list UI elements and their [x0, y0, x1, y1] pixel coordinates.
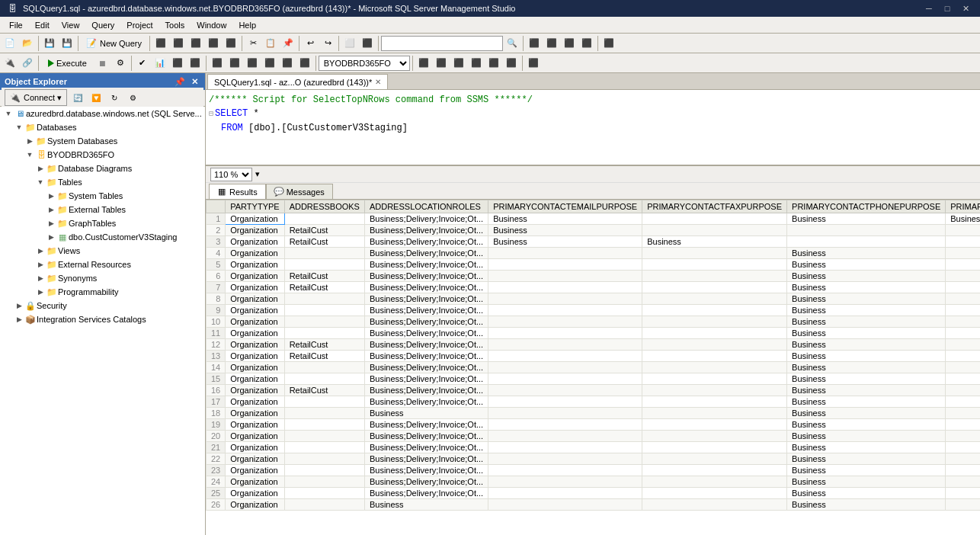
menu-edit[interactable]: Edit	[29, 17, 56, 33]
data-cell[interactable]	[946, 259, 980, 271]
data-cell[interactable]: Business;Delivery;Invoice;Ot...	[364, 259, 488, 271]
tree-item-synonyms[interactable]: ▶ 📁 Synonyms	[0, 271, 205, 285]
row-number-cell[interactable]: 7	[207, 282, 226, 293]
data-cell[interactable]: Business	[787, 293, 946, 305]
menu-file[interactable]: File	[3, 17, 29, 33]
col-primarycontacttelexurpose[interactable]: PRIMARYCONTACTTELEXPURP...	[946, 200, 980, 213]
data-cell[interactable]	[946, 225, 980, 236]
data-cell[interactable]: Organization	[226, 408, 284, 419]
toolbar-btn-8[interactable]: 📌	[280, 35, 296, 52]
parse-button[interactable]: ✔	[134, 55, 151, 72]
toolbar-btn-14[interactable]: ⬛	[578, 35, 595, 52]
table-row[interactable]: 14OrganizationBusiness;Delivery;Invoice;…	[207, 362, 981, 373]
table-row[interactable]: 15OrganizationBusiness;Delivery;Invoice;…	[207, 373, 981, 385]
data-cell[interactable]	[284, 305, 364, 316]
data-cell[interactable]	[642, 213, 787, 225]
data-cell[interactable]	[488, 419, 642, 431]
data-cell[interactable]: Business	[787, 328, 946, 339]
data-cell[interactable]	[488, 465, 642, 476]
data-cell[interactable]	[642, 465, 787, 476]
data-cell[interactable]	[946, 293, 980, 305]
data-cell[interactable]: Business	[787, 431, 946, 442]
table-row[interactable]: 9OrganizationBusiness;Delivery;Invoice;O…	[207, 305, 981, 316]
data-cell[interactable]	[946, 442, 980, 453]
data-cell[interactable]	[642, 373, 787, 385]
table-row[interactable]: 12OrganizationRetailCustBusiness;Deliver…	[207, 339, 981, 351]
data-cell[interactable]	[642, 488, 787, 499]
expand-systemdbs[interactable]: ▶	[24, 136, 35, 146]
data-cell[interactable]	[642, 339, 787, 351]
data-cell[interactable]	[642, 396, 787, 408]
table-row[interactable]: 3OrganizationRetailCustBusiness;Delivery…	[207, 236, 981, 248]
data-cell[interactable]	[946, 453, 980, 465]
toolbar-q-11[interactable]: ⬛	[415, 55, 432, 72]
data-cell[interactable]	[488, 282, 642, 293]
data-cell[interactable]	[946, 339, 980, 351]
table-row[interactable]: 16OrganizationRetailCustBusiness;Deliver…	[207, 385, 981, 396]
table-row[interactable]: 24OrganizationBusiness;Delivery;Invoice;…	[207, 476, 981, 488]
oe-properties-button[interactable]: ⚙	[125, 90, 140, 105]
row-number-cell[interactable]: 2	[207, 225, 226, 236]
data-cell[interactable]	[284, 396, 364, 408]
row-number-cell[interactable]: 21	[207, 442, 226, 453]
data-cell[interactable]: Organization	[226, 328, 284, 339]
tree-item-systemdbs[interactable]: ▶ 📁 System Databases	[0, 134, 205, 148]
data-cell[interactable]: Business;Delivery;Invoice;Ot...	[364, 339, 488, 351]
toolbar-q-13[interactable]: ⬛	[450, 55, 467, 72]
table-row[interactable]: 19OrganizationBusiness;Delivery;Invoice;…	[207, 419, 981, 431]
tree-item-databases[interactable]: ▼ 📁 Databases	[0, 120, 205, 134]
row-number-cell[interactable]: 12	[207, 339, 226, 351]
row-number-cell[interactable]: 3	[207, 236, 226, 248]
collapse-icon[interactable]: ⊟	[209, 107, 213, 121]
data-cell[interactable]: Organization	[226, 419, 284, 431]
undo-button[interactable]: ↩	[302, 35, 319, 52]
data-cell[interactable]	[946, 248, 980, 259]
data-cell[interactable]	[488, 476, 642, 488]
data-cell[interactable]	[946, 305, 980, 316]
toolbar-btn-10[interactable]: ⬛	[359, 35, 376, 52]
data-cell[interactable]: Business	[787, 396, 946, 408]
data-cell[interactable]: RetailCust	[284, 236, 364, 248]
col-primarycontactfaxpurpose[interactable]: PRIMARYCONTACTFAXPURPOSE	[642, 200, 787, 213]
tree-item-integrationservices[interactable]: ▶ 📦 Integration Services Catalogs	[0, 312, 205, 326]
data-cell[interactable]: Business	[787, 419, 946, 431]
table-row[interactable]: 4OrganizationBusiness;Delivery;Invoice;O…	[207, 248, 981, 259]
data-cell[interactable]: Organization	[226, 259, 284, 271]
data-cell[interactable]: Organization	[226, 373, 284, 385]
data-cell[interactable]: Business;Delivery;Invoice;Ot...	[364, 385, 488, 396]
toolbar-q-17[interactable]: ⬛	[525, 55, 542, 72]
data-cell[interactable]	[642, 453, 787, 465]
data-cell[interactable]	[284, 248, 364, 259]
zoom-dropdown[interactable]: 110 % 100 % 75 %	[210, 168, 252, 181]
toolbar-q-7[interactable]: ⬛	[244, 55, 261, 72]
row-number-cell[interactable]: 16	[207, 385, 226, 396]
data-cell[interactable]: Business	[787, 488, 946, 499]
data-cell[interactable]: Business;Delivery;Invoice;Ot...	[364, 488, 488, 499]
data-cell[interactable]	[284, 419, 364, 431]
data-cell[interactable]	[284, 328, 364, 339]
toolbar-btn-4[interactable]: ⬛	[205, 35, 222, 52]
toolbar-btn-3[interactable]: ⬛	[187, 35, 204, 52]
data-cell[interactable]: Business	[787, 248, 946, 259]
data-cell[interactable]: Business	[787, 408, 946, 419]
row-number-cell[interactable]: 25	[207, 488, 226, 499]
data-cell[interactable]: Business	[787, 373, 946, 385]
toolbar-btn-13[interactable]: ⬛	[561, 35, 578, 52]
showplan-button[interactable]: 📊	[152, 55, 168, 72]
results-tab[interactable]: ▦ Results	[209, 184, 266, 199]
data-cell[interactable]: Organization	[226, 476, 284, 488]
data-cell[interactable]	[946, 362, 980, 373]
change-connection-button[interactable]: 🔗	[19, 55, 36, 72]
toolbar-q-12[interactable]: ⬛	[433, 55, 450, 72]
data-cell[interactable]: Business	[642, 236, 787, 248]
maximize-button[interactable]: □	[939, 0, 956, 17]
tree-item-security[interactable]: ▶ 🔒 Security	[0, 299, 205, 312]
data-cell[interactable]	[488, 373, 642, 385]
data-cell[interactable]	[284, 431, 364, 442]
data-cell[interactable]	[946, 419, 980, 431]
search-input[interactable]	[381, 36, 503, 51]
data-cell[interactable]	[642, 408, 787, 419]
row-number-cell[interactable]: 1	[207, 213, 226, 225]
data-cell[interactable]	[642, 316, 787, 328]
oe-filter-button[interactable]: 🔽	[88, 90, 104, 105]
